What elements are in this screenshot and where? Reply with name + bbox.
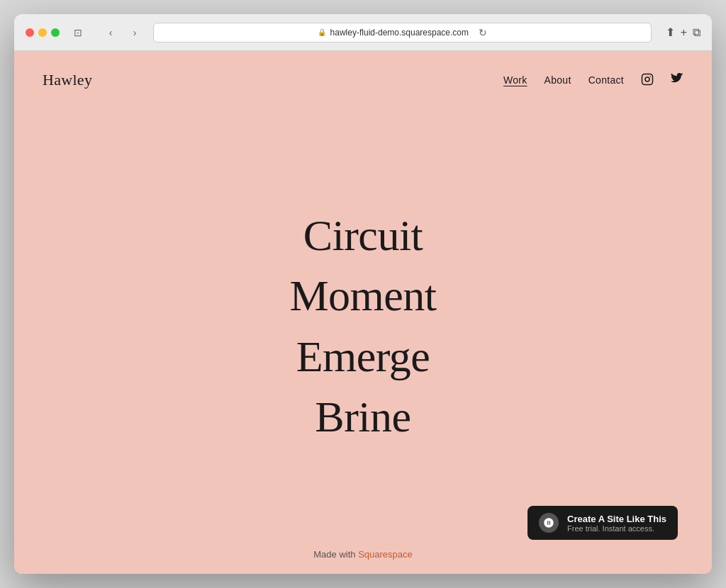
window-controls: ⊡ bbox=[68, 23, 88, 43]
lock-icon: 🔒 bbox=[318, 28, 326, 36]
svg-point-1 bbox=[645, 77, 649, 81]
site-logo[interactable]: Hawley bbox=[43, 71, 92, 89]
browser-actions: ⬆ + ⧉ bbox=[666, 26, 700, 39]
project-list: Circuit Moment Emerge Brine bbox=[289, 208, 436, 445]
project-item-emerge[interactable]: Emerge bbox=[296, 329, 430, 385]
svg-point-2 bbox=[649, 76, 651, 77]
cta-title: Create A Site Like This bbox=[567, 514, 666, 524]
close-button[interactable] bbox=[26, 28, 34, 37]
site-footer: Made with Squarespace bbox=[14, 535, 712, 574]
traffic-lights bbox=[26, 28, 60, 37]
site-content: Hawley Work About Contact bbox=[14, 51, 712, 574]
share-button[interactable]: ⬆ bbox=[666, 26, 675, 39]
new-tab-button[interactable]: + bbox=[681, 26, 687, 39]
window-tile-icon[interactable]: ⊡ bbox=[68, 23, 88, 43]
site-wrapper: Hawley Work About Contact bbox=[14, 51, 712, 574]
project-item-brine[interactable]: Brine bbox=[315, 390, 411, 445]
minimize-button[interactable] bbox=[38, 28, 47, 37]
fullscreen-button[interactable] bbox=[51, 28, 60, 37]
url-text: hawley-fluid-demo.squarespace.com bbox=[330, 28, 469, 38]
browser-window: ⊡ ‹ › 🔒 hawley-fluid-demo.squarespace.co… bbox=[14, 14, 712, 574]
nav-work[interactable]: Work bbox=[503, 74, 527, 86]
squarespace-link[interactable]: Squarespace bbox=[358, 549, 413, 560]
cta-banner[interactable]: Create A Site Like This Free trial. Inst… bbox=[527, 506, 678, 540]
site-nav: Work About Contact bbox=[503, 73, 683, 88]
footer-made-with: Made with bbox=[313, 549, 358, 560]
cta-text: Create A Site Like This Free trial. Inst… bbox=[567, 514, 666, 533]
nav-about[interactable]: About bbox=[544, 74, 571, 86]
reload-button[interactable]: ↻ bbox=[479, 27, 487, 38]
back-button[interactable]: ‹ bbox=[101, 23, 121, 43]
site-main: Circuit Moment Emerge Brine bbox=[14, 103, 712, 535]
nav-contact[interactable]: Contact bbox=[588, 74, 624, 86]
duplicate-button[interactable]: ⧉ bbox=[693, 26, 700, 39]
cta-logo-icon bbox=[539, 513, 559, 533]
nav-controls: ‹ › bbox=[101, 23, 145, 43]
cta-subtitle: Free trial. Instant access. bbox=[567, 524, 666, 533]
svg-rect-0 bbox=[642, 74, 653, 84]
twitter-icon[interactable] bbox=[671, 73, 683, 88]
project-item-moment[interactable]: Moment bbox=[289, 268, 436, 324]
address-bar[interactable]: 🔒 hawley-fluid-demo.squarespace.com ↻ bbox=[153, 23, 652, 43]
instagram-icon[interactable] bbox=[641, 73, 654, 88]
site-header: Hawley Work About Contact bbox=[14, 51, 712, 103]
browser-chrome: ⊡ ‹ › 🔒 hawley-fluid-demo.squarespace.co… bbox=[14, 14, 712, 51]
forward-button[interactable]: › bbox=[125, 23, 145, 43]
project-item-circuit[interactable]: Circuit bbox=[303, 208, 423, 264]
